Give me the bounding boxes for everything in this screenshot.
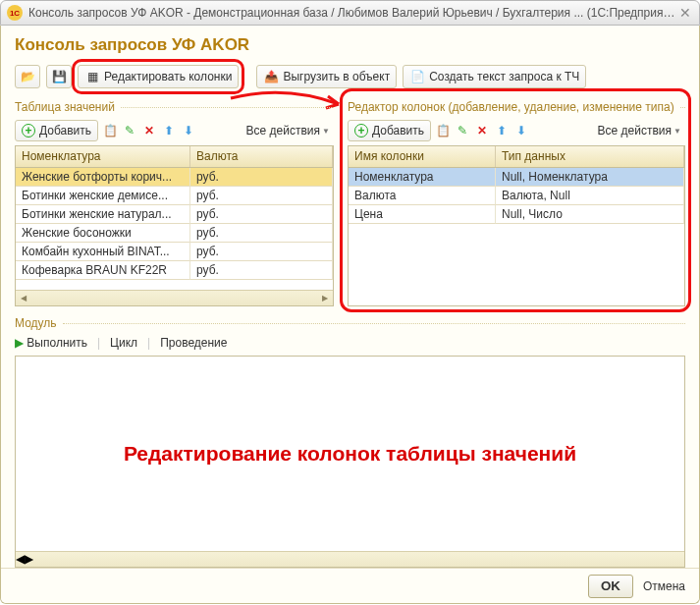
column-editor-header: Редактор колонок (добавление, удаление, … [348,100,685,114]
cell-nomenclature: Ботинки женские натурал... [16,205,190,224]
module-toolbar: ▶ Выполнить | Цикл | Проведение [15,336,685,350]
all-actions-dropdown[interactable]: Все действия▼ [594,120,685,141]
page-title: Консоль запросов УФ AKOR [15,35,685,55]
module-section-header: Модуль [15,316,685,330]
edit-icon[interactable]: ✎ [455,123,470,138]
cell-currency: руб. [190,261,333,280]
table-row[interactable]: Женские босоножкируб. [16,224,333,243]
h-scrollbar[interactable]: ◀▶ [16,551,684,567]
cell-nomenclature: Женские босоножки [16,224,190,243]
col-header-type[interactable]: Тип данных [496,146,684,167]
cell-currency: руб. [190,187,333,205]
cell-nomenclature: Кофеварка BRAUN KF22R [16,261,190,280]
cell-nomenclature: Женские ботфорты корич... [16,168,190,187]
chevron-down-icon: ▼ [673,127,681,136]
cell-column-name: Номенклатура [349,168,496,187]
table-row[interactable]: НоменклатураNull, Номенклатура [349,168,684,187]
table-row[interactable]: Ботинки женские натурал...руб. [16,205,333,224]
cell-nomenclature: Ботинки женские демисе... [16,187,190,205]
col-header-name[interactable]: Имя колонки [349,146,496,167]
cell-nomenclature: Комбайн кухонный BINAT... [16,243,190,261]
cell-currency: руб. [190,224,333,243]
execute-label: Выполнить [27,336,87,350]
execute-button[interactable]: ▶ Выполнить [15,336,87,350]
code-editor[interactable]: Редактирование колонок таблицы значений … [15,356,685,568]
save-button[interactable]: 💾 [46,65,72,88]
cycle-button[interactable]: Цикл [110,336,137,350]
window-title: Консоль запросов УФ AKOR - Демонстрацион… [28,6,677,20]
table-row[interactable]: ВалютаВалюта, Null [349,187,684,205]
main-toolbar: 📂 💾 ▦ Редактировать колонки 📤 Выгрузить … [15,65,685,88]
cancel-link[interactable]: Отмена [643,579,685,593]
move-down-icon[interactable]: ⬇ [513,123,529,138]
copy-icon[interactable]: 📋 [435,123,451,138]
table-row[interactable]: Кофеварка BRAUN KF22Rруб. [16,261,333,280]
cell-data-type: Null, Номенклатура [496,168,684,187]
create-query-label: Создать текст запроса к ТЧ [429,70,579,83]
save-icon: 💾 [51,69,67,84]
columns-icon: ▦ [84,69,100,84]
annotation-text: Редактирование колонок таблицы значений [124,442,576,466]
all-actions-label: Все действия [246,124,320,138]
add-row-label: Добавить [39,124,91,138]
values-table-panel: Таблица значений +Добавить 📋 ✎ ✕ ⬆ ⬇ Все… [15,100,334,306]
column-editor-panel: Редактор колонок (добавление, удаление, … [348,100,685,306]
file-open-button[interactable]: 📂 [15,65,40,88]
edit-columns-label: Редактировать колонки [104,70,232,83]
move-down-icon[interactable]: ⬇ [181,123,196,138]
move-up-icon[interactable]: ⬆ [494,123,510,138]
chevron-down-icon: ▼ [322,127,330,136]
cell-currency: руб. [190,168,333,187]
query-icon: 📄 [409,69,425,84]
delete-icon[interactable]: ✕ [141,123,157,138]
col-header-nomenclature[interactable]: Номенклатура [16,146,190,167]
table-row[interactable]: Женские ботфорты корич...руб. [16,168,333,187]
col-header-currency[interactable]: Валюта [190,146,333,167]
table-row[interactable]: Ботинки женские демисе...руб. [16,187,333,205]
add-row-button[interactable]: +Добавить [15,120,98,141]
run-through-button[interactable]: Проведение [160,336,227,350]
ok-button[interactable]: OK [588,575,633,598]
table-row[interactable]: ЦенаNull, Число [349,205,684,224]
cell-data-type: Валюта, Null [496,187,684,205]
add-column-button[interactable]: +Добавить [348,120,431,141]
export-icon: 📤 [263,69,279,84]
export-object-label: Выгрузить в объект [283,70,390,83]
edit-icon[interactable]: ✎ [122,123,137,138]
window-titlebar: 1C Консоль запросов УФ AKOR - Демонстрац… [0,0,700,26]
table-row[interactable]: Комбайн кухонный BINAT...руб. [16,243,333,261]
values-table-header: Таблица значений [15,100,334,114]
move-up-icon[interactable]: ⬆ [161,123,177,138]
cell-data-type: Null, Число [496,205,684,224]
export-object-button[interactable]: 📤 Выгрузить в объект [256,65,397,88]
h-scrollbar[interactable]: ◀▶ [16,290,333,305]
cell-currency: руб. [190,205,333,224]
copy-icon[interactable]: 📋 [102,123,118,138]
folder-icon: 📂 [20,69,35,84]
cell-column-name: Цена [349,205,496,224]
edit-columns-button[interactable]: ▦ Редактировать колонки [78,65,239,88]
cell-column-name: Валюта [349,187,496,205]
values-table: Номенклатура Валюта Женские ботфорты кор… [15,145,334,306]
all-actions-label: Все действия [598,124,672,138]
app-icon: 1C [7,5,23,21]
cell-currency: руб. [190,243,333,261]
create-query-button[interactable]: 📄 Создать текст запроса к ТЧ [403,65,586,88]
close-icon[interactable]: ✕ [677,5,693,21]
all-actions-dropdown[interactable]: Все действия▼ [242,120,334,141]
columns-table: Имя колонки Тип данных НоменклатураNull,… [348,145,685,306]
plus-icon: + [354,124,368,138]
plus-icon: + [22,124,35,138]
add-column-label: Добавить [372,124,424,138]
delete-icon[interactable]: ✕ [474,123,490,138]
play-icon: ▶ [15,336,24,350]
dialog-footer: OK Отмена [1,568,699,603]
